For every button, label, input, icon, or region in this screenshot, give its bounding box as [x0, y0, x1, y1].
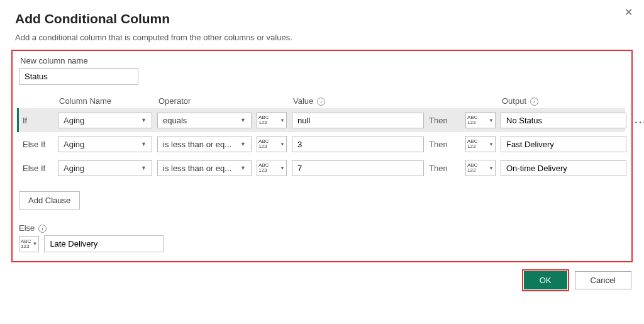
clause-row: Else IfAgingis less than or eq...ABC123T… [19, 132, 625, 156]
abc123-icon: ABC123 [21, 239, 31, 249]
chevron-down-icon [280, 142, 285, 147]
output-input[interactable] [501, 113, 626, 128]
close-icon[interactable] [619, 4, 638, 21]
abc123-icon: ABC123 [467, 163, 477, 173]
then-label: Then [429, 164, 460, 173]
dialog-footer: OK Cancel [0, 262, 644, 289]
else-type-selector[interactable]: ABC123 [19, 236, 39, 252]
operator-dropdown[interactable]: is less than or eq... [157, 160, 252, 176]
clause-prefix: Else If [19, 164, 53, 173]
column-dropdown[interactable]: Aging [58, 113, 152, 128]
value-input[interactable] [292, 160, 424, 176]
clause-headers: Column Name Operator Value Output [19, 96, 625, 108]
dialog-subtitle: Add a conditional column that is compute… [15, 33, 629, 42]
add-clause-button[interactable]: Add Clause [19, 191, 80, 209]
conditional-column-form: New column name Column Name Operator Val… [11, 50, 633, 262]
operator-dropdown[interactable]: is less than or eq... [157, 137, 252, 152]
value-type-selector[interactable]: ABC123 [257, 160, 287, 176]
abc123-icon: ABC123 [467, 115, 477, 125]
chevron-down-icon [141, 117, 147, 123]
chevron-down-icon [141, 141, 147, 147]
header-column: Column Name [58, 96, 152, 106]
chevron-down-icon [280, 118, 285, 123]
dialog-title: Add Conditional Column [15, 11, 629, 26]
then-label: Then [429, 140, 460, 149]
else-label: Else [19, 223, 625, 233]
output-type-selector[interactable]: ABC123 [465, 112, 496, 128]
chevron-down-icon [32, 241, 37, 247]
more-icon[interactable]: ... [631, 115, 644, 126]
header-output: Output [501, 96, 626, 106]
output-type-selector[interactable]: ABC123 [465, 136, 496, 152]
abc123-icon: ABC123 [258, 139, 269, 149]
operator-dropdown[interactable]: equals [157, 113, 252, 128]
output-input[interactable] [501, 137, 626, 152]
clause-prefix: Else If [19, 140, 53, 149]
abc123-icon: ABC123 [258, 163, 269, 173]
chevron-down-icon [240, 117, 246, 123]
chevron-down-icon [240, 141, 246, 147]
abc123-icon: ABC123 [258, 115, 269, 125]
else-section: Else ABC123 [19, 223, 625, 252]
info-icon[interactable] [530, 98, 538, 106]
value-type-selector[interactable]: ABC123 [257, 136, 287, 152]
clause-prefix: If [19, 116, 53, 125]
dialog-header: Add Conditional Column Add a conditional… [0, 0, 644, 42]
header-operator: Operator [157, 96, 252, 106]
else-value-input[interactable] [44, 235, 164, 252]
info-icon[interactable] [317, 98, 325, 106]
chevron-down-icon [489, 165, 494, 171]
header-value: Value [292, 96, 424, 106]
value-input[interactable] [292, 113, 424, 128]
abc123-icon: ABC123 [467, 139, 477, 149]
chevron-down-icon [280, 165, 285, 171]
clause-row: Else IfAgingis less than or eq...ABC123T… [19, 156, 625, 180]
cancel-button[interactable]: Cancel [575, 271, 631, 289]
then-label: Then [429, 116, 460, 125]
ok-button[interactable]: OK [524, 271, 567, 289]
output-type-selector[interactable]: ABC123 [465, 160, 496, 176]
info-icon[interactable] [38, 225, 47, 233]
new-column-label: New column name [20, 56, 625, 65]
chevron-down-icon [489, 142, 494, 147]
chevron-down-icon [489, 118, 494, 123]
output-input[interactable] [501, 160, 626, 176]
column-dropdown[interactable]: Aging [58, 137, 152, 152]
clause-rows: IfAgingequalsABC123ThenABC123...Else IfA… [19, 108, 625, 180]
value-type-selector[interactable]: ABC123 [257, 112, 287, 128]
column-dropdown[interactable]: Aging [58, 160, 152, 176]
chevron-down-icon [240, 165, 246, 171]
clause-row: IfAgingequalsABC123ThenABC123... [17, 108, 625, 132]
chevron-down-icon [141, 165, 147, 171]
new-column-input[interactable] [19, 68, 138, 85]
value-input[interactable] [292, 137, 424, 152]
